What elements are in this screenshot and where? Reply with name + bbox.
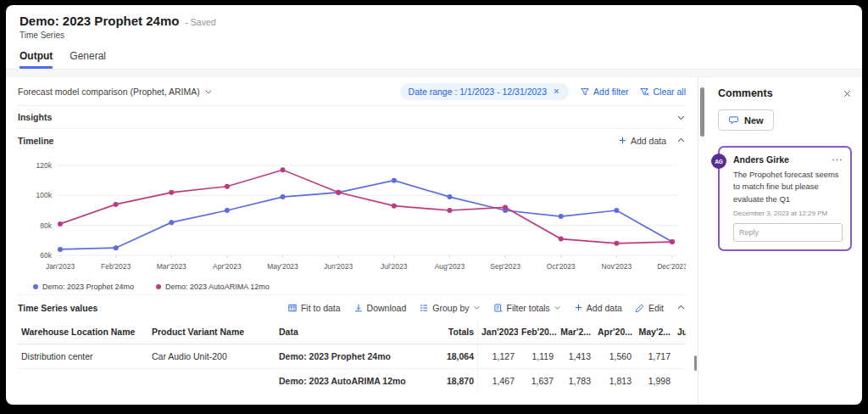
svg-text:Sep'2023: Sep'2023 — [490, 262, 520, 271]
legend-item-arima[interactable]: Demo: 2023 AutoARIMA 12mo — [156, 283, 270, 291]
cell-totals: 18,064 — [428, 344, 477, 368]
cell-warehouse: Distribution center — [18, 344, 148, 368]
new-comment-label: New — [744, 115, 764, 126]
svg-text:Mar'2023: Mar'2023 — [157, 262, 186, 271]
filter-totals-button[interactable]: Filter totals — [493, 303, 561, 313]
fit-to-data-label: Fit to data — [301, 303, 341, 313]
fit-to-data-button[interactable]: Fit to data — [287, 303, 341, 313]
table-scrollbar-thumb[interactable] — [694, 355, 697, 371]
group-by-icon — [419, 303, 429, 313]
values-title: Time Series values — [18, 303, 97, 313]
legend-dot — [156, 284, 161, 289]
download-label: Download — [367, 303, 407, 313]
comment-body: The Propohet forecast seems to match fin… — [733, 169, 843, 205]
avatar: AG — [711, 154, 726, 169]
close-icon[interactable] — [843, 89, 852, 98]
values-section-header: Time Series values Fit to data Download — [18, 294, 686, 320]
timeline-label: Timeline — [18, 136, 53, 146]
clear-all-label: Clear all — [653, 87, 686, 97]
comments-title: Comments — [718, 87, 773, 99]
svg-text:60k: 60k — [40, 251, 52, 260]
tab-bar: Output General — [19, 50, 849, 69]
view-selector-label: Forecast model comparison (Prophet, ARIM… — [18, 87, 200, 97]
timeline-add-data-button[interactable]: Add data — [618, 136, 666, 146]
legend-item-prophet[interactable]: Demo: 2023 Prophet 24mo — [33, 283, 134, 291]
add-icon — [618, 136, 627, 145]
chevron-up-icon[interactable] — [676, 136, 686, 145]
table-row[interactable]: Demo: 2023 AutoARIMA 12mo 18,870 1,467 1… — [18, 369, 686, 393]
add-data-button[interactable]: Add data — [574, 303, 622, 313]
filter-icon — [580, 87, 590, 97]
cell-data: Demo: 2023 AutoARIMA 12mo — [275, 369, 428, 393]
col-jun[interactable]: Jun'2023 — [674, 320, 686, 344]
page-title: Demo: 2023 Prophet 24mo — [19, 14, 179, 28]
insights-section-header[interactable]: Insights — [18, 106, 686, 129]
col-variant[interactable]: Product Variant Name — [148, 320, 275, 344]
scrollbar-thumb[interactable] — [700, 87, 704, 137]
add-icon — [574, 303, 583, 312]
download-icon — [353, 303, 364, 313]
svg-text:Aug'2023: Aug'2023 — [435, 262, 465, 271]
timeline-chart: 60k80k100k120kJan'2023Feb'2023Mar'2023Ap… — [18, 155, 686, 281]
col-jan[interactable]: Jan'2023 — [477, 320, 518, 344]
comment-card[interactable]: AG Anders Girke The Propohet forecast se… — [718, 146, 852, 251]
date-range-chip[interactable]: Date range : 1/1/2023 - 12/31/2023 — [400, 83, 569, 100]
filter-bar: Forecast model comparison (Prophet, ARIM… — [18, 77, 686, 106]
col-may[interactable]: May'2... — [635, 320, 674, 344]
insights-label: Insights — [18, 112, 52, 122]
cell-apr: 1,560 — [594, 344, 635, 368]
chevron-down-icon — [204, 87, 213, 96]
col-apr[interactable]: Apr'20... — [594, 320, 635, 344]
filter-totals-icon — [493, 303, 504, 313]
group-by-button[interactable]: Group by — [419, 303, 480, 313]
download-button[interactable]: Download — [353, 303, 407, 313]
timeline-add-data-label: Add data — [631, 136, 666, 146]
cell-totals: 18,870 — [428, 369, 477, 393]
new-comment-button[interactable]: New — [718, 109, 774, 131]
close-icon[interactable] — [553, 87, 560, 95]
date-range-label: Date range : 1/1/2023 - 12/31/2023 — [409, 87, 547, 97]
cell-variant — [148, 369, 275, 393]
group-by-label: Group by — [432, 303, 469, 313]
reply-input[interactable] — [733, 223, 843, 242]
comment-timestamp: December 3, 2023 at 12:29 PM — [733, 210, 843, 217]
cell-variant: Car Audio Unit-200 — [148, 344, 275, 368]
comment-author: Anders Girke — [733, 154, 789, 165]
table-row[interactable]: Distribution center Car Audio Unit-200 D… — [18, 344, 686, 369]
clear-all-button[interactable]: Clear all — [639, 87, 686, 97]
col-totals[interactable]: Totals — [428, 320, 477, 344]
table-icon — [287, 303, 298, 313]
chevron-down-icon[interactable] — [676, 113, 686, 122]
timeline-chart-container: 60k80k100k120kJan'2023Feb'2023Mar'2023Ap… — [18, 152, 686, 294]
cell-jun — [674, 344, 686, 368]
view-selector[interactable]: Forecast model comparison (Prophet, ARIM… — [18, 87, 213, 97]
comments-panel: Comments New AG Anders Girke — [706, 77, 862, 405]
col-feb[interactable]: Feb'20... — [518, 320, 557, 344]
svg-text:Jan'2023: Jan'2023 — [46, 262, 75, 271]
legend-label-prophet: Demo: 2023 Prophet 24mo — [42, 283, 134, 291]
cell-mar: 1,413 — [557, 344, 594, 368]
table-toolbar: Fit to data Download Group by — [287, 303, 686, 313]
svg-text:Feb'2023: Feb'2023 — [101, 262, 131, 271]
col-data[interactable]: Data — [275, 320, 428, 344]
cell-jan: 1,127 — [477, 344, 518, 368]
more-icon[interactable] — [832, 156, 843, 164]
add-filter-button[interactable]: Add filter — [580, 87, 628, 97]
svg-text:80k: 80k — [40, 221, 52, 230]
page-header: Demo: 2023 Prophet 24mo - Saved Time Ser… — [6, 5, 862, 69]
tab-output[interactable]: Output — [19, 50, 53, 69]
timeline-section-header: Timeline Add data — [18, 129, 686, 152]
cell-may: 1,717 — [635, 344, 674, 368]
main-scrollbar[interactable] — [698, 77, 706, 405]
add-data-label: Add data — [587, 303, 622, 313]
edit-button[interactable]: Edit — [635, 303, 664, 313]
col-warehouse[interactable]: Warehouse Location Name — [18, 320, 148, 344]
svg-text:Nov'2023: Nov'2023 — [602, 262, 632, 271]
legend-label-arima: Demo: 2023 AutoARIMA 12mo — [165, 283, 270, 291]
col-mar[interactable]: Mar'2... — [557, 320, 594, 344]
svg-text:May'2023: May'2023 — [267, 262, 298, 271]
chevron-up-icon[interactable] — [676, 303, 686, 312]
clear-filter-icon — [639, 87, 649, 97]
tab-general[interactable]: General — [70, 50, 106, 69]
svg-text:Jul'2023: Jul'2023 — [381, 262, 408, 271]
